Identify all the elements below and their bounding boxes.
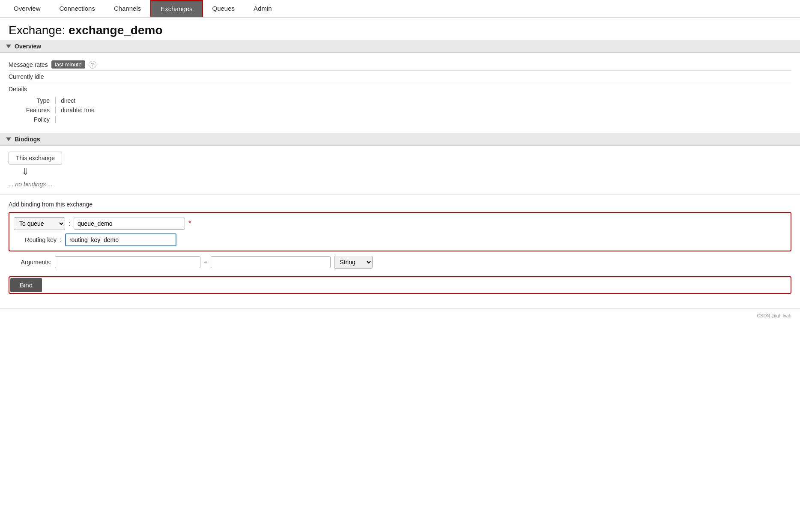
- features-val: durable: true: [61, 107, 95, 114]
- this-exchange-box: This exchange: [9, 152, 62, 164]
- tab-overview[interactable]: Overview: [4, 0, 50, 16]
- add-binding-title: Add binding from this exchange: [9, 201, 791, 208]
- binding-highlight-group: To queue To exchange : * Routing key :: [9, 212, 791, 251]
- tab-channels[interactable]: Channels: [104, 0, 150, 16]
- to-queue-select[interactable]: To queue To exchange: [14, 217, 65, 230]
- equals-sign: =: [204, 259, 207, 266]
- message-rates-label: Message rates: [9, 61, 48, 68]
- tab-exchanges[interactable]: Exchanges: [150, 0, 203, 17]
- type-row: Type direct: [17, 96, 791, 105]
- overview-section-header[interactable]: Overview: [0, 40, 800, 53]
- tab-connections[interactable]: Connections: [50, 0, 104, 16]
- type-key: Type: [17, 97, 56, 104]
- message-rates-badge[interactable]: last minute: [51, 60, 85, 69]
- arguments-val-input[interactable]: [211, 256, 331, 268]
- overview-content: Message rates last minute ? Currently id…: [0, 53, 800, 133]
- bindings-section-label: Bindings: [15, 136, 40, 143]
- no-bindings-text: ... no bindings ...: [9, 179, 791, 192]
- help-icon[interactable]: ?: [89, 61, 96, 69]
- required-star: *: [188, 220, 191, 227]
- type-val: direct: [61, 97, 75, 104]
- policy-key: Policy: [17, 116, 56, 123]
- features-row: Features durable: true: [17, 105, 791, 115]
- durable-label: durable:: [61, 107, 83, 114]
- bind-button[interactable]: Bind: [10, 278, 42, 292]
- footer-text: CSDN @gf_lvah: [757, 313, 791, 318]
- overview-section-label: Overview: [15, 43, 41, 50]
- collapse-bindings-icon: [6, 137, 11, 141]
- features-key: Features: [17, 107, 56, 114]
- idle-text: Currently idle: [9, 71, 791, 83]
- arguments-label: Arguments:: [9, 259, 51, 266]
- nav-bar: Overview Connections Channels Exchanges …: [0, 0, 800, 18]
- arguments-key-input[interactable]: [55, 256, 200, 268]
- exchange-name: exchange_demo: [69, 24, 162, 37]
- details-table: Type direct Features durable: true Polic…: [17, 96, 791, 124]
- routing-key-input[interactable]: [65, 233, 176, 246]
- arrow-down-icon: ⇓: [9, 166, 791, 177]
- arguments-row: Arguments: = String Number Boolean: [9, 256, 791, 269]
- collapse-overview-icon: [6, 45, 11, 48]
- details-label: Details: [9, 83, 791, 94]
- queue-name-input[interactable]: [74, 218, 185, 230]
- footer: CSDN @gf_lvah: [0, 308, 800, 323]
- bindings-content: This exchange ⇓ ... no bindings ...: [0, 146, 800, 194]
- colon-separator: :: [69, 220, 70, 227]
- page-title-prefix: Exchange:: [9, 24, 69, 37]
- tab-queues[interactable]: Queues: [203, 0, 245, 16]
- binding-form: To queue To exchange : * Routing key : A…: [9, 212, 791, 294]
- routing-key-row: Routing key :: [14, 233, 786, 246]
- arguments-type-select[interactable]: String Number Boolean: [334, 256, 373, 269]
- tab-admin[interactable]: Admin: [244, 0, 281, 16]
- bind-button-wrap: Bind: [9, 276, 791, 294]
- page-title: Exchange: exchange_demo: [0, 18, 800, 40]
- message-rates-row: Message rates last minute ?: [9, 57, 791, 71]
- policy-row: Policy: [17, 115, 791, 124]
- routing-key-label: Routing key: [14, 236, 57, 243]
- add-binding-section: Add binding from this exchange To queue …: [0, 194, 800, 300]
- durable-value: true: [83, 107, 95, 114]
- to-queue-row: To queue To exchange : *: [14, 217, 786, 230]
- routing-colon: :: [60, 236, 62, 243]
- bindings-section-header[interactable]: Bindings: [0, 133, 800, 146]
